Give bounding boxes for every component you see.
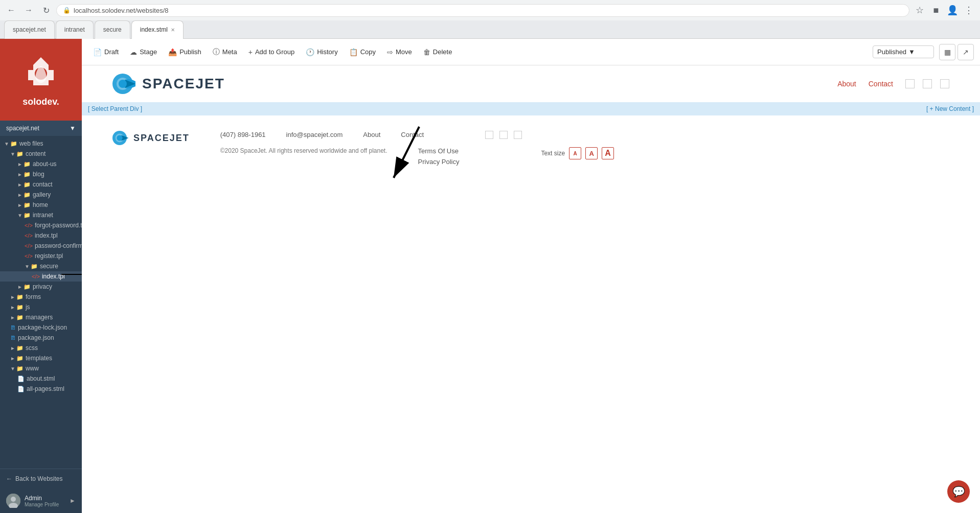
- tree-item-templates[interactable]: ► 📁 templates: [0, 353, 82, 363]
- tree-label: package.json: [18, 334, 54, 341]
- close-tab-icon[interactable]: ✕: [171, 27, 175, 33]
- footer-logo-col: SPACEJET: [112, 131, 190, 145]
- text-size-label: Text size: [541, 150, 565, 157]
- tree-item-forms[interactable]: ► 📁 forms: [0, 292, 82, 302]
- menu-button[interactable]: ⋮: [962, 3, 976, 17]
- tree-label: www: [26, 365, 39, 372]
- header-nav-links: About Contact: [837, 79, 949, 88]
- folder-icon: 📁: [24, 212, 31, 219]
- tree-item-intranet[interactable]: ▼ 📁 intranet: [0, 210, 82, 220]
- tree-item-js[interactable]: ► 📁 js: [0, 302, 82, 312]
- stage-button[interactable]: ☁ Stage: [125, 45, 162, 59]
- history-label: History: [317, 48, 337, 56]
- tab-spacejet[interactable]: spacejet.net: [4, 20, 55, 39]
- tree-item-www[interactable]: ▼ 📁 www: [0, 363, 82, 374]
- address-bar[interactable]: 🔒 localhost.solodev.net/websites/8: [56, 4, 909, 17]
- nav-contact[interactable]: Contact: [869, 80, 893, 88]
- add-to-group-button[interactable]: + Add to Group: [243, 45, 300, 59]
- folder-icon: 📁: [24, 192, 31, 198]
- tree-item-all-pages-stml[interactable]: 📄 all-pages.stml: [0, 384, 82, 394]
- tree-item-gallery[interactable]: ► 📁 gallery: [0, 190, 82, 200]
- text-size-medium-btn[interactable]: A: [585, 147, 598, 159]
- tree-item-home[interactable]: ► 📁 home: [0, 200, 82, 210]
- reload-button[interactable]: ↻: [39, 3, 53, 17]
- history-button[interactable]: 🕐 History: [301, 45, 343, 59]
- site-dropdown[interactable]: spacejet.net ▼: [0, 121, 82, 136]
- expand-icon: ►: [17, 284, 22, 290]
- tree-item-about-us[interactable]: ► 📁 about-us: [0, 159, 82, 169]
- tree-item-managers[interactable]: ► 📁 managers: [0, 312, 82, 322]
- meta-button[interactable]: ⓘ Meta: [208, 44, 242, 60]
- tree-item-blog[interactable]: ► 📁 blog: [0, 169, 82, 179]
- back-button[interactable]: ←: [4, 3, 18, 17]
- tab-intranet[interactable]: intranet: [56, 20, 94, 39]
- footer-terms[interactable]: Terms Of Use: [418, 147, 460, 155]
- text-size-large-btn[interactable]: A: [602, 147, 614, 159]
- nav-about[interactable]: About: [837, 80, 856, 88]
- folder-icon: 📁: [24, 284, 31, 290]
- tree-item-contact[interactable]: ► 📁 contact: [0, 179, 82, 190]
- tree-item-secure[interactable]: ▼ 📁 secure: [0, 261, 82, 271]
- bookmark-button[interactable]: ☆: [913, 3, 927, 17]
- tree-label: templates: [26, 355, 52, 362]
- new-content-link[interactable]: [ + New Content ]: [926, 105, 974, 112]
- tree-item-about-stml[interactable]: 📄 about.stml: [0, 374, 82, 384]
- delete-button[interactable]: 🗑 Delete: [418, 45, 458, 59]
- tree-label: web files: [19, 140, 43, 147]
- tree-item-index-tpl[interactable]: </> index.tpl: [0, 230, 82, 241]
- admin-section[interactable]: Admin Manage Profile ►: [0, 488, 82, 513]
- tree-item-package-json[interactable]: 🖹 package.json: [0, 333, 82, 343]
- tree-label: js: [26, 304, 30, 311]
- extensions-button[interactable]: ■: [929, 3, 943, 17]
- status-dropdown[interactable]: Published ▼: [873, 45, 934, 58]
- site-name: spacejet.net: [6, 125, 39, 132]
- forward-button[interactable]: →: [21, 3, 36, 17]
- spacejet-logo-icon: [112, 74, 138, 94]
- copy-button[interactable]: 📋 Copy: [344, 45, 381, 59]
- tree-item-scss[interactable]: ► 📁 scss: [0, 343, 82, 353]
- expand-icon: ►: [17, 161, 22, 167]
- grid-view-button[interactable]: ▦: [939, 44, 955, 60]
- footer-privacy[interactable]: Privacy Policy: [418, 158, 460, 166]
- expand-icon: ►: [17, 192, 22, 198]
- text-size-small-btn[interactable]: A: [569, 147, 581, 159]
- tree-label: password-confirm…: [35, 242, 82, 249]
- tree-item-forgot-password[interactable]: </> forgot-password.t…: [0, 220, 82, 230]
- chat-bubble-button[interactable]: 💬: [947, 480, 970, 503]
- tree-item-secure-index[interactable]: </> index.tpl: [0, 271, 82, 282]
- tree-item-register-tpl[interactable]: </> register.tpl: [0, 251, 82, 261]
- select-parent-link[interactable]: [ Select Parent Div ]: [88, 105, 142, 112]
- footer-about-link[interactable]: About: [363, 131, 380, 139]
- draft-button[interactable]: 📄 Draft: [88, 45, 124, 59]
- tab-index[interactable]: index.stml ✕: [131, 20, 184, 39]
- external-link-button[interactable]: ↗: [958, 44, 974, 60]
- tree-item-content[interactable]: ▼ 📁 content: [0, 149, 82, 159]
- publish-icon: 📤: [168, 48, 177, 56]
- tab-secure[interactable]: secure: [95, 20, 130, 39]
- nav-icon-2: [923, 79, 932, 88]
- tree-item-privacy[interactable]: ► 📁 privacy: [0, 282, 82, 292]
- chat-icon: 💬: [952, 485, 965, 498]
- tree-label: register.tpl: [35, 252, 63, 260]
- expand-icon: ▼: [4, 141, 9, 147]
- website-header: SPACEJET About Contact: [82, 65, 980, 102]
- folder-icon: 📁: [16, 345, 24, 352]
- tree-label: index.tpl: [35, 232, 58, 239]
- footer-contact-link[interactable]: Contact: [401, 131, 424, 139]
- stage-icon: ☁: [130, 48, 137, 56]
- main-layout: solodev. spacejet.net ▼ ▼ 📁 web files ▼ …: [0, 39, 980, 513]
- folder-icon: 📁: [16, 355, 24, 362]
- tree-label: package-lock.json: [18, 324, 67, 331]
- move-button[interactable]: ⇨ Move: [382, 45, 417, 59]
- code-icon: </>: [25, 243, 33, 249]
- profile-button[interactable]: 👤: [945, 3, 960, 17]
- lock-icon: 🔒: [63, 7, 71, 14]
- tree-item-package-lock[interactable]: 🖹 package-lock.json: [0, 322, 82, 333]
- tree-item-password-confirm[interactable]: </> password-confirm…: [0, 241, 82, 251]
- publish-button[interactable]: 📤 Publish: [163, 45, 207, 59]
- back-to-websites-btn[interactable]: ← Back to Websites: [0, 469, 82, 488]
- tree-item-web-files[interactable]: ▼ 📁 web files: [0, 138, 82, 149]
- draft-label: Draft: [104, 48, 119, 56]
- file-icon: 🖹: [10, 335, 16, 341]
- expand-icon: ►: [10, 356, 15, 361]
